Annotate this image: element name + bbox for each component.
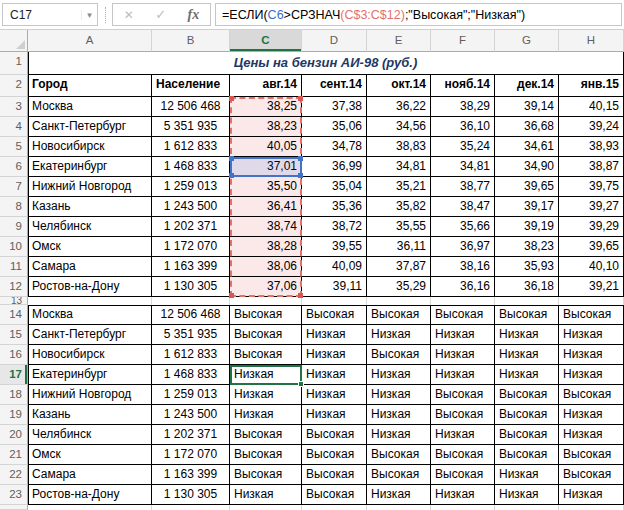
cell-G6[interactable]: 34,90 [495, 157, 559, 177]
cell-C15[interactable]: Высокая [230, 325, 302, 345]
cell-D2[interactable]: сент.14 [302, 75, 367, 97]
cell-D16[interactable]: Низкая [302, 345, 367, 365]
cell-C18[interactable]: Низкая [230, 385, 302, 405]
cell-H23[interactable]: Низкая [559, 485, 624, 505]
cell-H6[interactable]: 38,87 [559, 157, 624, 177]
cell-C10[interactable]: 38,28 [230, 237, 302, 257]
cell-E21[interactable]: Высокая [367, 445, 431, 465]
column-header-H[interactable]: H [559, 30, 624, 52]
cell-H24[interactable] [559, 505, 624, 510]
cell-F9[interactable]: 35,66 [431, 217, 495, 237]
cell-H18[interactable]: Высокая [559, 385, 624, 405]
column-header-A[interactable]: A [28, 30, 152, 52]
cell-G11[interactable]: 35,93 [495, 257, 559, 277]
cell-F20[interactable]: Низкая [431, 425, 495, 445]
cell-B8[interactable]: 1 243 500 [152, 197, 230, 217]
cell-C2[interactable]: авг.14 [230, 75, 302, 97]
cell-D6[interactable]: 36,99 [302, 157, 367, 177]
cell-E5[interactable]: 38,83 [367, 137, 431, 157]
cell-D17[interactable]: Низкая [302, 365, 367, 385]
cell-F23[interactable]: Низкая [431, 485, 495, 505]
enter-icon[interactable]: ✓ [155, 8, 166, 21]
cell-F12[interactable]: 36,16 [431, 277, 495, 297]
cell-B17[interactable]: 1 468 833 [152, 365, 230, 385]
cell-F8[interactable]: 38,47 [431, 197, 495, 217]
cell-B18[interactable]: 1 259 013 [152, 385, 230, 405]
cell-G10[interactable]: 38,23 [495, 237, 559, 257]
row-header-13[interactable]: 13 [0, 297, 28, 305]
cell-E18[interactable]: Низкая [367, 385, 431, 405]
cell-C21[interactable]: Высокая [230, 445, 302, 465]
cell-C11[interactable]: 38,06 [230, 257, 302, 277]
cell-A17[interactable]: Екатеринбург [28, 365, 152, 385]
row-header-4[interactable]: 4 [0, 117, 28, 137]
cell-C20[interactable]: Высокая [230, 425, 302, 445]
cell-B16[interactable]: 1 612 833 [152, 345, 230, 365]
cell-E9[interactable]: 35,55 [367, 217, 431, 237]
cell-H12[interactable]: 39,21 [559, 277, 624, 297]
cell-B9[interactable]: 1 202 371 [152, 217, 230, 237]
cell-E12[interactable]: 35,29 [367, 277, 431, 297]
row-header-20[interactable]: 20 [0, 425, 28, 445]
cell-D8[interactable]: 35,36 [302, 197, 367, 217]
cell-A23[interactable]: Ростов-на-Дону [28, 485, 152, 505]
cell-G3[interactable]: 39,14 [495, 97, 559, 117]
row-header-19[interactable]: 19 [0, 405, 28, 425]
cell-G20[interactable]: Высокая [495, 425, 559, 445]
formula-input[interactable]: =ЕСЛИ(C6>СРЗНАЧ(C$3:C$12);"Высокая";"Низ… [215, 3, 622, 26]
cell-C14[interactable]: Высокая [230, 305, 302, 325]
cell-C8[interactable]: 36,41 [230, 197, 302, 217]
cell-A8[interactable]: Казань [28, 197, 152, 217]
cell-E3[interactable]: 36,22 [367, 97, 431, 117]
cell-B10[interactable]: 1 172 070 [152, 237, 230, 257]
cell-A21[interactable]: Омск [28, 445, 152, 465]
cell-B6[interactable]: 1 468 833 [152, 157, 230, 177]
cell-D21[interactable]: Высокая [302, 445, 367, 465]
cell-B20[interactable]: 1 202 371 [152, 425, 230, 445]
cell-B23[interactable]: 1 130 305 [152, 485, 230, 505]
cell-D20[interactable]: Высокая [302, 425, 367, 445]
row-header-8[interactable]: 8 [0, 197, 28, 217]
formula-bar-splitter-icon[interactable] [105, 7, 106, 23]
cell-D3[interactable]: 37,38 [302, 97, 367, 117]
cell-F24[interactable] [431, 505, 495, 510]
row-header-7[interactable]: 7 [0, 177, 28, 197]
cell-G24[interactable] [495, 505, 559, 510]
cell-E10[interactable]: 36,11 [367, 237, 431, 257]
cell-A12[interactable]: Ростов-на-Дону [28, 277, 152, 297]
cell-C24[interactable] [230, 505, 302, 510]
cell-A24[interactable] [28, 505, 152, 510]
cell-B5[interactable]: 1 612 833 [152, 137, 230, 157]
cell-B2[interactable]: Население [152, 75, 230, 97]
cell-D12[interactable]: 39,11 [302, 277, 367, 297]
cell-B12[interactable]: 1 130 305 [152, 277, 230, 297]
cell-A18[interactable]: Нижний Новгород [28, 385, 152, 405]
cell-F19[interactable]: Высокая [431, 405, 495, 425]
cell-G13[interactable] [495, 297, 559, 305]
cell-E4[interactable]: 34,56 [367, 117, 431, 137]
row-header-23[interactable]: 23 [0, 485, 28, 505]
cell-C9[interactable]: 38,74 [230, 217, 302, 237]
cell-F13[interactable] [431, 297, 495, 305]
cell-F5[interactable]: 35,24 [431, 137, 495, 157]
cell-A11[interactable]: Самара [28, 257, 152, 277]
cell-C7[interactable]: 35,50 [230, 177, 302, 197]
cell-E15[interactable]: Низкая [367, 325, 431, 345]
cell-D4[interactable]: 35,06 [302, 117, 367, 137]
cell-C12[interactable]: 37,06 [230, 277, 302, 297]
row-header-12[interactable]: 12 [0, 277, 28, 297]
cell-A3[interactable]: Москва [28, 97, 152, 117]
cell-B13[interactable] [152, 297, 230, 305]
cell-E16[interactable]: Высокая [367, 345, 431, 365]
cell-F3[interactable]: 38,29 [431, 97, 495, 117]
cell-A15[interactable]: Санкт-Петербург [28, 325, 152, 345]
cell-H13[interactable] [559, 297, 624, 305]
row-header-16[interactable]: 16 [0, 345, 28, 365]
cell-G18[interactable]: Высокая [495, 385, 559, 405]
cell-G9[interactable]: 39,19 [495, 217, 559, 237]
cell-D5[interactable]: 34,78 [302, 137, 367, 157]
cell-G23[interactable]: Низкая [495, 485, 559, 505]
cell-F6[interactable]: 34,81 [431, 157, 495, 177]
row-header-22[interactable]: 22 [0, 465, 28, 485]
cell-G14[interactable]: Высокая [495, 305, 559, 325]
